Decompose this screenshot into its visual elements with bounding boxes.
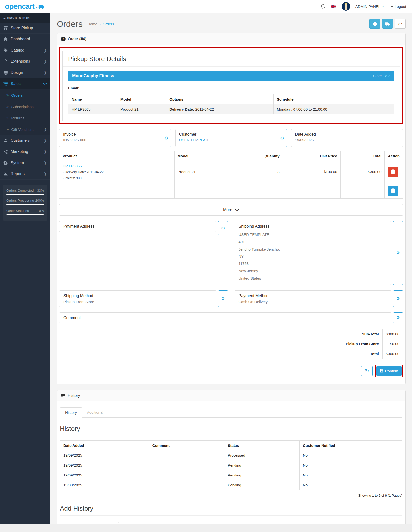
sidebar-item-sales[interactable]: Sales ❯ [0, 78, 50, 89]
address-line: NY [239, 253, 387, 260]
cell-comment [149, 470, 224, 480]
chevron-down-icon: ❯ [43, 82, 48, 85]
admin-panel-dropdown[interactable]: ADMIN PANEL ▼ [355, 4, 384, 9]
back-button[interactable]: ↩ [395, 19, 406, 29]
sidebar-item-reports[interactable]: Reports ❯ [0, 168, 50, 180]
sidebar-item-dashboard[interactable]: Dashboard [0, 34, 50, 45]
sidebar-subitem-subscriptions[interactable]: » Subscriptions [0, 101, 50, 112]
store-id: Store ID: 2 [373, 74, 390, 78]
chevron-right-icon: ❯ [44, 70, 47, 75]
address-line: New Jersey [239, 267, 387, 274]
double-chevron-icon: » [6, 104, 9, 109]
logout-button[interactable]: Logout [390, 4, 406, 9]
share-icon [3, 149, 8, 154]
customer-link[interactable]: USER TEMPLATE [179, 138, 273, 142]
invoice-edit-button[interactable]: ⚙ [161, 129, 171, 147]
address-line: United States [239, 275, 387, 282]
sidebar-item-customers[interactable]: Customers ❯ [0, 135, 50, 146]
tab-history[interactable]: History [60, 407, 82, 418]
order-totals-table: Sub-Total $300.00 Pickup From Store $0.0… [59, 329, 403, 359]
cell-model: Product 21 [174, 161, 232, 183]
chevron-right-icon: ❯ [44, 138, 47, 143]
total-label: Pickup From Store [59, 339, 383, 349]
order-panel: i Order (#4) Pickup Store Details MoonGr… [57, 33, 406, 384]
customer-edit-button[interactable]: ⚙ [277, 129, 287, 147]
store-icon [3, 26, 8, 30]
progress-bar [6, 194, 44, 195]
confirm-button[interactable]: Confirm [376, 366, 402, 376]
double-chevron-icon: » [6, 127, 9, 132]
hamburger-icon: ≡ [3, 16, 6, 20]
remove-product-button[interactable]: − [388, 167, 398, 177]
minus-circle-icon: − [391, 169, 395, 174]
gear-icon: ⚙ [280, 136, 284, 141]
breadcrumb-home[interactable]: Home [88, 22, 97, 26]
total-row: Sub-Total $300.00 [59, 329, 403, 339]
sidebar-item-design[interactable]: Design ❯ [0, 67, 50, 78]
chevron-right-icon: ❯ [44, 161, 47, 165]
sidebar-item-store-pickup[interactable]: Store Pickup [0, 23, 50, 34]
more-toggle[interactable]: More..❯ [59, 204, 403, 216]
admin-panel-label: ADMIN PANEL [355, 4, 381, 9]
order-comment-box: Comment ⚙ [59, 312, 403, 323]
history-panel-heading: History [57, 390, 405, 401]
chevron-down-icon: ❯ [235, 208, 240, 212]
print-invoice-button[interactable] [369, 19, 380, 29]
stat-label: Orders Processing [6, 199, 34, 202]
subitem-label: Gift Vouchers [11, 127, 33, 132]
notification-bell-icon[interactable] [320, 4, 325, 9]
col-header-product: Product [59, 151, 175, 161]
total-label: Sub-Total [59, 329, 383, 339]
sidebar-subitem-gift-vouchers[interactable]: » Gift Vouchers ❯ [0, 124, 50, 135]
language-flag-icon[interactable] [331, 5, 336, 8]
cell-empty [283, 183, 341, 199]
comment-edit-button[interactable]: ⚙ [393, 312, 403, 323]
stat-value: 0% [39, 209, 44, 213]
cell-status: Pending [224, 480, 300, 490]
sidebar-item-system[interactable]: System ❯ [0, 157, 50, 168]
cart-icon [3, 82, 8, 86]
opencart-logo[interactable]: opencart⌁⛟ [5, 2, 44, 11]
product-link[interactable]: HP LP3065 [63, 164, 82, 168]
sidebar-item-catalog[interactable]: Catalog ❯ [0, 45, 50, 56]
payment-address-edit-button[interactable]: ⚙ [218, 221, 228, 235]
print-shipping-list-button[interactable] [382, 19, 393, 29]
cell-comment [149, 450, 224, 460]
cell-notified: No [299, 450, 402, 460]
shipping-method-edit-button[interactable]: ⚙ [218, 290, 228, 307]
history-tabs: History Additional [60, 407, 402, 418]
gear-icon: ⚙ [221, 296, 225, 301]
table-row: 19/09/2025 Pending No [60, 460, 402, 470]
breadcrumb-orders[interactable]: Orders [103, 22, 114, 26]
add-product-button[interactable]: + [388, 186, 398, 196]
sidebar-subitem-orders[interactable]: » Orders [0, 89, 50, 101]
sidebar-subitem-returns[interactable]: » Returns [0, 112, 50, 124]
shipping-method-label: Shipping Method [63, 294, 212, 298]
annotation-rectangle: Pickup Store Details MoonGraphy Fitness … [59, 47, 403, 124]
refresh-button[interactable]: ↻ [361, 366, 373, 376]
order-panel-heading: i Order (#4) [57, 33, 405, 45]
total-row: Total $300.00 [59, 349, 403, 359]
history-heading: History [60, 425, 402, 436]
home-icon [3, 37, 8, 41]
sidebar-item-label: Store Pickup [11, 26, 33, 30]
cell-notified: No [299, 470, 402, 480]
sidebar-item-label: Marketing [11, 149, 28, 154]
gear-icon [3, 161, 8, 165]
col-header-unit-price: Unit Price [283, 151, 341, 161]
user-avatar[interactable] [342, 2, 350, 11]
chevron-right-icon: ❯ [44, 149, 47, 154]
sidebar-item-label: Dashboard [11, 37, 30, 41]
shipping-address-edit-button[interactable]: ⚙ [393, 221, 403, 285]
address-line: 401 [239, 238, 387, 245]
sidebar-item-label: Sales [11, 82, 21, 86]
payment-method-edit-button[interactable]: ⚙ [393, 290, 403, 307]
sidebar-item-marketing[interactable]: Marketing ❯ [0, 146, 50, 157]
cell-product: HP LP3065 - Delivery Date: 2011-04-22 - … [59, 161, 175, 183]
store-name: MoonGraphy Fitness [72, 73, 114, 78]
cell-name: HP LP3065 [68, 104, 117, 114]
cell-notified: No [299, 480, 402, 490]
tab-additional[interactable]: Additional [82, 407, 108, 417]
stat-value: 33% [37, 189, 44, 192]
sidebar-item-extensions[interactable]: Extensions ❯ [0, 56, 50, 67]
